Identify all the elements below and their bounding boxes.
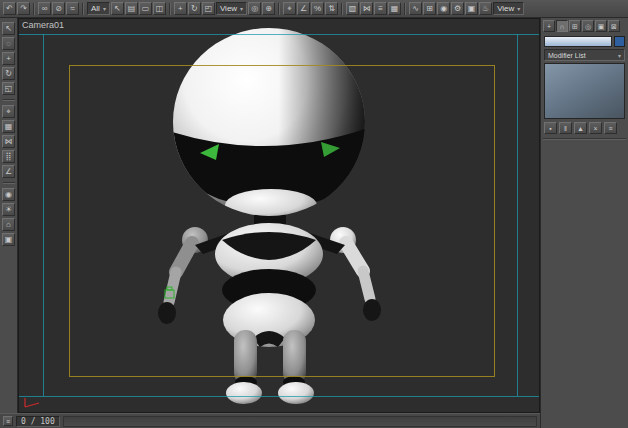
align-icon[interactable]: ≡: [374, 2, 387, 15]
select-object-icon[interactable]: ↖: [111, 2, 124, 15]
lasso-select-icon[interactable]: ◌: [2, 37, 15, 50]
show-end-result-button[interactable]: ‖: [559, 122, 572, 134]
spinner-snap-icon[interactable]: ⇅: [325, 2, 338, 15]
rendered-frame-icon[interactable]: ▣: [465, 2, 478, 15]
select-arrow-icon[interactable]: ↖: [2, 22, 15, 35]
pin-stack-button[interactable]: ▪: [544, 122, 557, 134]
make-unique-button[interactable]: ▲: [574, 122, 587, 134]
select-link-icon[interactable]: ∞: [38, 2, 51, 15]
use-pivot-icon[interactable]: ◎: [248, 2, 261, 15]
snap-toggle-icon[interactable]: ⌖: [283, 2, 296, 15]
command-panel-tabs: +∩⊞◎▣⊠: [541, 18, 628, 33]
command-panel: +∩⊞◎▣⊠ Modifier List ▾ ▪‖▲×≡: [540, 18, 628, 428]
chevron-down-icon: ▾: [618, 52, 621, 59]
view-selector-dropdown-label: View: [497, 4, 514, 13]
status-bar: ≡ 0 / 100: [0, 413, 540, 428]
select-manipulate-icon[interactable]: ⊕: [262, 2, 275, 15]
hierarchy-tab-icon[interactable]: ⊞: [569, 20, 581, 32]
chevron-down-icon: ▾: [240, 5, 243, 12]
undo-icon[interactable]: ↶: [3, 2, 16, 15]
unlink-icon[interactable]: ⊘: [52, 2, 65, 15]
array-tool-icon[interactable]: ⣿: [2, 150, 15, 163]
mini-curve-editor-button[interactable]: ≡: [3, 416, 13, 426]
snap-tool-icon[interactable]: ⌖: [2, 105, 15, 118]
scale-tool-icon[interactable]: ◱: [2, 82, 15, 95]
modifier-stack[interactable]: [544, 63, 625, 119]
reference-coordinate-dropdown-label: View: [220, 4, 237, 13]
toolbar-separator: [82, 3, 84, 15]
reference-coordinate-dropdown[interactable]: View▾: [216, 2, 247, 15]
camera-create-icon[interactable]: ◉: [2, 188, 15, 201]
modifier-stack-buttons: ▪‖▲×≡: [541, 121, 628, 136]
window-crossing-icon[interactable]: ◫: [153, 2, 166, 15]
curve-editor-icon[interactable]: ∿: [409, 2, 422, 15]
motion-tab-icon[interactable]: ◎: [582, 20, 594, 32]
object-name-field[interactable]: [544, 36, 612, 47]
select-scale-icon[interactable]: ◰: [202, 2, 215, 15]
helpers-icon[interactable]: ⌂: [2, 218, 15, 231]
robot-model[interactable]: [158, 28, 381, 404]
render-setup-icon[interactable]: ⚙: [451, 2, 464, 15]
select-by-name-icon[interactable]: ▤: [125, 2, 138, 15]
toolbar-separator: [3, 99, 15, 101]
light-create-icon[interactable]: ☀: [2, 203, 15, 216]
toolbar-separator: [3, 182, 15, 184]
modify-tab-icon[interactable]: ∩: [556, 20, 568, 32]
remove-modifier-button[interactable]: ×: [589, 122, 602, 134]
object-color-swatch[interactable]: [614, 36, 625, 47]
render-production-icon[interactable]: ♨: [479, 2, 492, 15]
bind-spacewarp-icon[interactable]: ≈: [66, 2, 79, 15]
toolbar-separator: [33, 3, 35, 15]
create-tab-icon[interactable]: +: [543, 20, 555, 32]
material-editor-icon[interactable]: ◉: [437, 2, 450, 15]
viewport-scene: [19, 19, 540, 413]
chevron-down-icon: ▾: [517, 5, 520, 12]
toolbar-separator: [278, 3, 280, 15]
configure-modifier-sets-button[interactable]: ≡: [604, 122, 617, 134]
schematic-view-icon[interactable]: ⊞: [423, 2, 436, 15]
modifier-list-dropdown[interactable]: Modifier List ▾: [544, 49, 625, 61]
world-axis-icon: [25, 398, 39, 407]
selection-filter-dropdown[interactable]: All▾: [87, 2, 110, 15]
display-tab-icon[interactable]: ▣: [595, 20, 607, 32]
mirror-icon[interactable]: ⋈: [360, 2, 373, 15]
chevron-down-icon: ▾: [103, 5, 106, 12]
measure-tool-icon[interactable]: ∠: [2, 165, 15, 178]
track-bar[interactable]: [63, 416, 537, 427]
main-toolbar: ↶↷∞⊘≈All▾↖▤▭◫+↻◰View▾◎⊕⌖∠%⇅▧⋈≡▦∿⊞◉⚙▣♨Vie…: [0, 0, 628, 18]
named-selection-icon[interactable]: ▧: [346, 2, 359, 15]
redo-icon[interactable]: ↷: [17, 2, 30, 15]
side-toolbar: ↖◌+↻◱⌖▦⋈⣿∠◉☀⌂▣: [0, 18, 18, 413]
object-name-row: [544, 36, 625, 47]
panel-divider: [543, 138, 626, 140]
select-rotate-icon[interactable]: ↻: [188, 2, 201, 15]
camera-viewport[interactable]: Camera01: [18, 18, 540, 413]
percent-snap-icon[interactable]: %: [311, 2, 324, 15]
selection-filter-dropdown-label: All: [91, 4, 100, 13]
toolbar-separator: [341, 3, 343, 15]
grid-toggle-icon[interactable]: ▦: [2, 120, 15, 133]
move-tool-icon[interactable]: +: [2, 52, 15, 65]
select-move-icon[interactable]: +: [174, 2, 187, 15]
display-toggle-icon[interactable]: ▣: [2, 233, 15, 246]
selection-region-icon[interactable]: ▭: [139, 2, 152, 15]
angle-snap-icon[interactable]: ∠: [297, 2, 310, 15]
viewport-label[interactable]: Camera01: [22, 20, 64, 30]
modifier-list-label: Modifier List: [548, 52, 586, 59]
utilities-tab-icon[interactable]: ⊠: [608, 20, 620, 32]
toolbar-separator: [169, 3, 171, 15]
layer-manager-icon[interactable]: ▦: [388, 2, 401, 15]
frame-counter: 0 / 100: [16, 416, 60, 427]
mirror-tool-icon[interactable]: ⋈: [2, 135, 15, 148]
toolbar-separator: [404, 3, 406, 15]
view-selector-dropdown[interactable]: View▾: [493, 2, 524, 15]
rotate-tool-icon[interactable]: ↻: [2, 67, 15, 80]
